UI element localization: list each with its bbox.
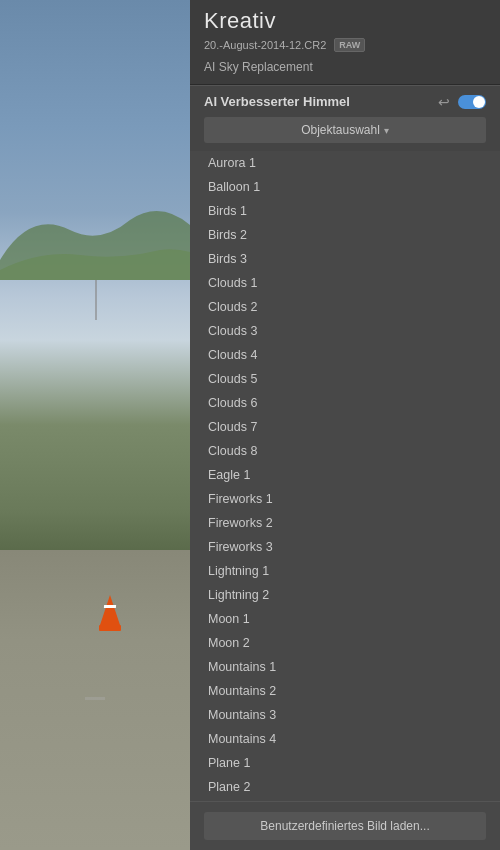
sky-list-item[interactable]: Clouds 1	[190, 271, 500, 295]
sky-list-item[interactable]: Clouds 3	[190, 319, 500, 343]
file-info: 20.-August-2014-12.CR2 RAW	[204, 38, 486, 52]
sky-list-item[interactable]: Clouds 8	[190, 439, 500, 463]
filename: 20.-August-2014-12.CR2	[204, 39, 326, 51]
toggle-switch[interactable]	[458, 95, 486, 109]
photo-area	[0, 0, 190, 850]
object-select-dropdown[interactable]: Objektauswahl ▾	[204, 117, 486, 143]
traffic-cone	[100, 595, 120, 630]
sky-list-item[interactable]: Plane 1	[190, 751, 500, 775]
ai-panel: AI Verbesserter Himmel ↩ Objektauswahl ▾	[190, 85, 500, 151]
reset-button[interactable]: ↩	[438, 95, 450, 109]
sky-list-item[interactable]: Clouds 2	[190, 295, 500, 319]
toggle-knob	[473, 96, 485, 108]
raw-badge: RAW	[334, 38, 365, 52]
sky-list-item[interactable]: Eagle 1	[190, 463, 500, 487]
sky-list-item[interactable]: Mountains 2	[190, 679, 500, 703]
sky-list-item[interactable]: Clouds 5	[190, 367, 500, 391]
right-panel: Kreativ 20.-August-2014-12.CR2 RAW AI Sk…	[190, 0, 500, 850]
sky-list-item[interactable]: Fireworks 2	[190, 511, 500, 535]
load-btn-area: Benutzerdefiniertes Bild laden...	[190, 801, 500, 850]
sky-list-item[interactable]: Clouds 6	[190, 391, 500, 415]
sky-list-item[interactable]: Mountains 1	[190, 655, 500, 679]
sky-list-item[interactable]: Clouds 7	[190, 415, 500, 439]
sky-list-item[interactable]: Birds 1	[190, 199, 500, 223]
sky-list-item[interactable]: Lightning 2	[190, 583, 500, 607]
sky-list-item[interactable]: Aurora 1	[190, 151, 500, 175]
sky-list-item[interactable]: Fireworks 3	[190, 535, 500, 559]
sky-list-item[interactable]: Moon 1	[190, 607, 500, 631]
page-title: Kreativ	[204, 8, 486, 34]
ai-panel-controls: ↩	[438, 95, 486, 109]
sky-list-item[interactable]: Moon 2	[190, 631, 500, 655]
sky-list-item[interactable]: Mountains 3	[190, 703, 500, 727]
section-label: AI Sky Replacement	[204, 60, 486, 74]
ai-panel-header: AI Verbesserter Himmel ↩	[204, 94, 486, 109]
sky-list[interactable]: Aurora 1Balloon 1Birds 1Birds 2Birds 3Cl…	[190, 151, 500, 801]
sky-list-item[interactable]: Birds 3	[190, 247, 500, 271]
sky-list-item[interactable]: Birds 2	[190, 223, 500, 247]
sky-list-item[interactable]: Clouds 4	[190, 343, 500, 367]
sky-list-item[interactable]: Plane 2	[190, 775, 500, 799]
load-custom-image-button[interactable]: Benutzerdefiniertes Bild laden...	[204, 812, 486, 840]
header-area: Kreativ 20.-August-2014-12.CR2 RAW AI Sk…	[190, 0, 500, 85]
ai-panel-title: AI Verbesserter Himmel	[204, 94, 350, 109]
dropdown-label: Objektauswahl	[301, 123, 380, 137]
sky-list-item[interactable]: Mountains 4	[190, 727, 500, 751]
sky-list-item[interactable]: Balloon 1	[190, 175, 500, 199]
sky-list-item[interactable]: Lightning 1	[190, 559, 500, 583]
chevron-down-icon: ▾	[384, 125, 389, 136]
sky-list-item[interactable]: Fireworks 1	[190, 487, 500, 511]
